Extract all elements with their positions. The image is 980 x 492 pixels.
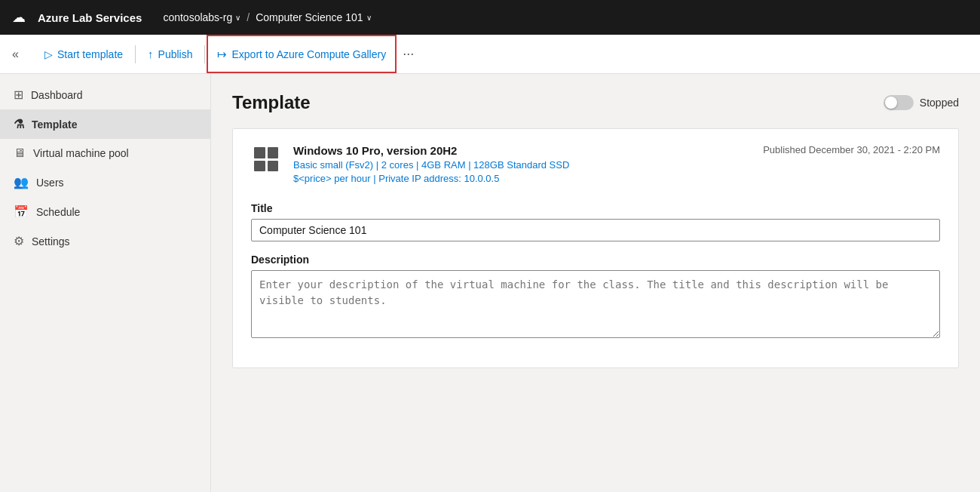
main-layout: ⊞ Dashboard ⚗ Template 🖥 Virtual machine…	[0, 74, 980, 492]
breadcrumb-lab[interactable]: Computer Science 101 ∨	[256, 11, 371, 23]
users-icon: 👥	[14, 175, 29, 189]
sidebar-item-schedule[interactable]: 📅 Schedule	[0, 197, 210, 226]
chevron-down-icon: ∨	[235, 14, 240, 22]
breadcrumb-org[interactable]: contosolabs-rg ∨	[163, 11, 240, 23]
export-icon: ↦	[217, 48, 227, 61]
vm-price: $<price> per hour | Private IP address: …	[293, 173, 751, 184]
description-textarea[interactable]	[251, 270, 940, 338]
title-field-group: Title	[251, 202, 940, 241]
status-label: Stopped	[920, 97, 959, 109]
template-card: Windows 10 Pro, version 20H2 Basic small…	[232, 128, 959, 368]
status-area: Stopped	[884, 95, 959, 110]
vm-name: Windows 10 Pro, version 20H2	[293, 144, 751, 157]
title-label: Title	[251, 202, 940, 214]
vm-info-row: Windows 10 Pro, version 20H2 Basic small…	[251, 144, 940, 184]
publish-button[interactable]: ↑ Publish	[137, 35, 203, 73]
start-template-button[interactable]: ▷ Start template	[34, 35, 133, 73]
schedule-icon: 📅	[14, 204, 29, 219]
vm-pool-icon: 🖥	[14, 146, 26, 160]
status-toggle[interactable]	[884, 95, 914, 110]
vm-spec: Basic small (Fsv2) | 2 cores | 4GB RAM |…	[293, 159, 751, 171]
dashboard-icon: ⊞	[14, 88, 23, 102]
sidebar-item-users[interactable]: 👥 Users	[0, 168, 210, 197]
vm-published-date: Published December 30, 2021 - 2:20 PM	[763, 144, 940, 155]
sidebar: ⊞ Dashboard ⚗ Template 🖥 Virtual machine…	[0, 74, 211, 492]
toolbar-divider	[135, 45, 136, 63]
page-title: Template	[232, 92, 311, 113]
toggle-knob	[885, 97, 897, 109]
page-header: Template Stopped	[232, 92, 959, 113]
sidebar-item-template[interactable]: ⚗ Template	[0, 109, 210, 139]
publish-icon: ↑	[148, 48, 154, 60]
template-icon: ⚗	[14, 117, 24, 131]
breadcrumb: contosolabs-rg ∨ / Computer Science 101 …	[163, 11, 371, 23]
export-to-gallery-button[interactable]: ↦ Export to Azure Compute Gallery	[207, 35, 397, 73]
app-name: Azure Lab Services	[38, 11, 142, 24]
play-icon: ▷	[44, 48, 53, 60]
description-label: Description	[251, 254, 940, 266]
toolbar: « ▷ Start template ↑ Publish ↦ Export to…	[0, 35, 980, 74]
settings-icon: ⚙	[14, 234, 24, 248]
main-content: Template Stopped Windows 10 Pro, version…	[211, 74, 980, 492]
windows-logo-icon	[251, 144, 281, 174]
more-options-button[interactable]: ···	[397, 42, 420, 66]
chevron-down-icon: ∨	[366, 14, 372, 22]
sidebar-item-vm-pool[interactable]: 🖥 Virtual machine pool	[0, 139, 210, 168]
sidebar-item-dashboard[interactable]: ⊞ Dashboard	[0, 80, 210, 109]
topbar: ☁ Azure Lab Services contosolabs-rg ∨ / …	[0, 0, 980, 35]
description-field-group: Description	[251, 254, 940, 340]
title-input[interactable]	[251, 219, 940, 241]
sidebar-item-settings[interactable]: ⚙ Settings	[0, 226, 210, 256]
toolbar-divider-2	[204, 45, 205, 63]
collapse-sidebar-button[interactable]: «	[12, 43, 28, 66]
breadcrumb-separator: /	[247, 11, 250, 23]
vm-details: Windows 10 Pro, version 20H2 Basic small…	[293, 144, 751, 184]
azure-logo-icon: ☁	[12, 9, 26, 26]
